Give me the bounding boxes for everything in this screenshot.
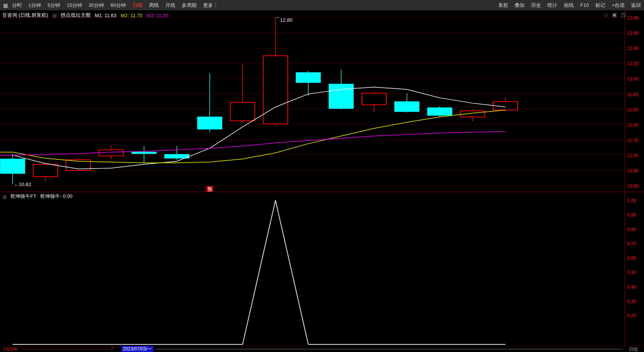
btn-draw-line[interactable]: 画线 (564, 2, 574, 9)
window-controls: ◇ ▣ ◳ (604, 12, 626, 18)
btn-history[interactable]: 历史 (531, 2, 541, 9)
candle-body (231, 103, 255, 121)
candle-body (99, 150, 123, 156)
diamond-icon[interactable]: ◇ (604, 12, 608, 18)
main-chart-header: 甘咨询 (日线,前复权) ◎ 拐点低位主图 M1: 11.63 M2: 11.7… (2, 12, 168, 19)
indicator-axis-label: 0.60 (627, 256, 636, 261)
chart-canvas[interactable]: 12.8012.6012.4012.2012.0011.8011.6011.40… (0, 10, 644, 352)
tab-monthly[interactable]: 月线 (165, 2, 175, 9)
symbol-title: 甘咨询 (日线,前复权) (2, 12, 48, 19)
indicator-axis-label: 0.70 (627, 241, 636, 246)
btn-overlay[interactable]: 叠加 (515, 2, 525, 9)
price-axis-label: 11.20 (627, 138, 638, 143)
indicator-axis-label: 0.20 (627, 313, 636, 318)
candle-body (428, 108, 452, 116)
tab-60min[interactable]: 60分钟 (111, 2, 126, 9)
ma-line-m1 (0, 87, 505, 169)
price-axis-label: 11.00 (627, 153, 638, 158)
ma1-value: M1: 11.63 (95, 13, 116, 18)
btn-f10[interactable]: F10 (580, 2, 589, 8)
indicator-axis-label: 0.50 (627, 270, 636, 275)
indicator-line (13, 200, 505, 344)
top-toolbar: ▦ 分时 1分钟 5分钟 15分钟 30分钟 60分钟 日线 周线 月线 多周期… (0, 0, 644, 10)
btn-back[interactable]: 返回 (631, 2, 641, 9)
overlay-indicator-name[interactable]: 拐点低位主图 (61, 12, 90, 19)
candle-body (0, 159, 25, 174)
indicator-axis-label: 0.90 (627, 212, 636, 218)
period-label[interactable]: 日线 (629, 346, 638, 352)
period-tabs: 分时 1分钟 5分钟 15分钟 30分钟 60分钟 日线 周线 月线 多周期 更… (12, 2, 220, 9)
indicator-axis-label: 0.80 (627, 227, 636, 232)
indicator-name[interactable]: 乾坤骑牛FT (10, 193, 36, 200)
candle-body (197, 117, 222, 129)
candle-body (263, 56, 288, 124)
candle-body (132, 152, 156, 154)
app-grid-icon[interactable]: ▦ (3, 2, 8, 8)
price-axis-label: 12.00 (627, 76, 639, 82)
indicator-axis-label: 1.00 (627, 198, 636, 203)
price-axis-label: 11.60 (627, 107, 638, 113)
tab-5min[interactable]: 5分钟 (47, 2, 60, 9)
high-price-label: 12.80 (280, 17, 293, 23)
price-axis-label: 11.80 (627, 92, 638, 97)
expand-icon[interactable]: ◳ (621, 12, 626, 18)
time-axis-bar: 2023年 7 2023/07/03/一 日线 (0, 346, 644, 352)
app-window: ▦ 分时 1分钟 5分钟 15分钟 30分钟 60分钟 日线 周线 月线 多周期… (0, 0, 644, 352)
low-price-label: ←10.62 (14, 182, 31, 187)
tab-1min[interactable]: 1分钟 (28, 2, 41, 9)
candle-body (296, 72, 321, 82)
tab-intraday[interactable]: 分时 (12, 2, 22, 9)
tab-multi-period[interactable]: 多周期 (182, 2, 197, 9)
cursor-date-label: 2023/07/03/一 (121, 346, 153, 352)
price-axis-label: 11.40 (627, 122, 638, 128)
tab-weekly[interactable]: 周线 (149, 2, 159, 9)
price-axis-label: 12.20 (627, 61, 639, 66)
price-axis-label: 10.80 (627, 168, 639, 174)
tab-more[interactable]: 更多 〉 (203, 2, 220, 9)
tab-15min[interactable]: 15分钟 (67, 2, 82, 9)
ma-line-m3 (0, 132, 505, 155)
price-axis-label: 12.80 (627, 15, 639, 21)
indicator-value: 乾坤骑牛: 0.00 (40, 193, 73, 200)
chart-area: 12.8012.6012.4012.2012.0011.8011.6011.40… (0, 10, 644, 352)
year-label: 2023年 (3, 346, 18, 352)
tab-daily[interactable]: 日线 (132, 2, 142, 9)
price-axis-label: 10.60 (627, 183, 639, 189)
candle-body (362, 93, 386, 104)
indicator-selector-icon[interactable]: ◎ (52, 13, 56, 18)
signal-badge-label: 预 (207, 186, 212, 192)
btn-add-watchlist[interactable]: +自选 (612, 2, 625, 9)
btn-mark[interactable]: 标记 (595, 2, 605, 9)
indicator-panel-header: ◎ 乾坤骑牛FT 乾坤骑牛: 0.00 (2, 193, 73, 200)
candle-body (33, 164, 58, 177)
price-axis-label: 12.60 (627, 31, 639, 36)
time-axis-line (157, 349, 623, 349)
ma3-value: M3: 11.30 (147, 13, 168, 18)
btn-adjust-price[interactable]: 复权 (498, 2, 508, 9)
indicator-selector-icon[interactable]: ◎ (2, 194, 6, 199)
indicator-axis-label: 0.40 (627, 284, 636, 290)
month-label: 7 (111, 346, 113, 352)
year-axis-line (21, 349, 109, 349)
candle-body (329, 84, 353, 108)
panel-icon[interactable]: ▣ (612, 12, 617, 18)
btn-statistics[interactable]: 统计 (547, 2, 557, 9)
candle-body (395, 102, 419, 112)
tab-30min[interactable]: 30分钟 (89, 2, 104, 9)
ma2-value: M2: 11.70 (121, 13, 142, 18)
price-axis-label: 12.40 (627, 46, 639, 51)
toolbar-actions: 复权 叠加 历史 统计 画线 F10 标记 +自选 返回 (498, 2, 641, 9)
indicator-axis-label: 0.30 (627, 299, 636, 304)
